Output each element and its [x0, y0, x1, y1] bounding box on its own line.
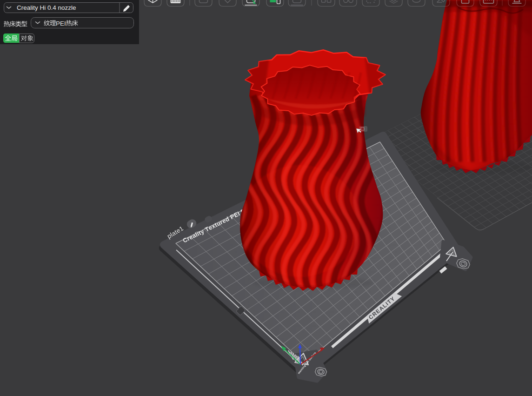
svg-text:PEI: PEI	[56, 20, 66, 27]
svg-text:Creality Hi 0.4 nozzle: Creality Hi 0.4 nozzle	[17, 4, 76, 11]
